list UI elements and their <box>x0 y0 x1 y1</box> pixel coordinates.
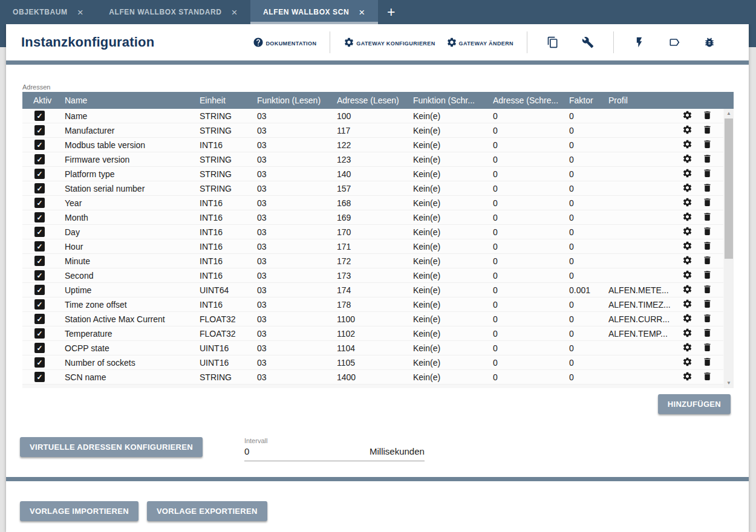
row-settings-button[interactable] <box>682 342 692 354</box>
active-checkbox[interactable]: ✓ <box>34 357 45 368</box>
active-checkbox[interactable]: ✓ <box>34 140 45 150</box>
row-settings-button[interactable] <box>682 371 692 383</box>
active-checkbox[interactable]: ✓ <box>34 198 45 208</box>
row-delete-button[interactable] <box>702 328 712 340</box>
cell-funktion-lesen: 03 <box>257 213 337 222</box>
interval-label: Intervall <box>244 437 425 444</box>
row-delete-button[interactable] <box>702 226 712 238</box>
active-checkbox[interactable]: ✓ <box>34 372 45 382</box>
trash-icon <box>702 313 712 323</box>
active-checkbox[interactable]: ✓ <box>34 314 45 324</box>
export-template-button[interactable]: VORLAGE EXPORTIEREN <box>147 501 267 521</box>
row-delete-button[interactable] <box>702 255 712 267</box>
interval-input[interactable] <box>244 446 317 456</box>
active-checkbox[interactable]: ✓ <box>34 125 45 135</box>
row-settings-button[interactable] <box>682 183 692 195</box>
table-scrollbar[interactable]: ▲ ▼ <box>724 109 734 388</box>
row-settings-button[interactable] <box>682 255 692 267</box>
row-settings-button[interactable] <box>682 357 692 369</box>
import-template-button[interactable]: VORLAGE IMPORTIEREN <box>20 501 138 521</box>
cell-funktion-lesen: 03 <box>257 256 337 266</box>
row-settings-button[interactable] <box>682 226 692 238</box>
flash-button[interactable] <box>633 36 645 48</box>
active-checkbox[interactable]: ✓ <box>34 256 45 266</box>
cell-funktion-schreiben: Kein(e) <box>413 198 493 208</box>
gateway-edit-button[interactable]: GATEWAY ÄNDERN <box>446 37 513 48</box>
row-delete-button[interactable] <box>702 110 712 122</box>
toolbar-divider <box>613 31 614 53</box>
trash-icon <box>702 139 712 149</box>
row-settings-button[interactable] <box>682 299 692 311</box>
tab-close-button[interactable]: × <box>359 7 365 18</box>
active-checkbox[interactable]: ✓ <box>34 299 45 310</box>
cell-adresse-lesen: 157 <box>337 184 413 193</box>
cell-adresse-schreiben: 0 <box>493 343 569 353</box>
row-settings-button[interactable] <box>682 139 692 151</box>
row-delete-button[interactable] <box>702 212 712 224</box>
row-delete-button[interactable] <box>702 125 712 137</box>
row-delete-button[interactable] <box>702 299 712 311</box>
row-delete-button[interactable] <box>702 357 712 369</box>
row-settings-button[interactable] <box>682 197 692 209</box>
row-delete-button[interactable] <box>702 241 712 253</box>
gear-icon <box>682 371 692 381</box>
tab-close-button[interactable]: × <box>77 7 84 18</box>
row-delete-button[interactable] <box>702 154 712 166</box>
row-settings-button[interactable] <box>682 270 692 282</box>
row-settings-button[interactable] <box>682 110 692 122</box>
row-settings-button[interactable] <box>682 241 692 253</box>
trash-icon <box>702 154 712 164</box>
configure-virtual-addresses-button[interactable]: VIRTUELLE ADRESSEN KONFIGURIEREN <box>20 437 203 457</box>
row-delete-button[interactable] <box>702 270 712 282</box>
active-checkbox[interactable]: ✓ <box>34 328 45 339</box>
row-settings-button[interactable] <box>682 125 692 137</box>
active-checkbox[interactable]: ✓ <box>34 169 45 179</box>
scroll-up-icon[interactable]: ▲ <box>724 109 734 118</box>
row-delete-button[interactable] <box>702 183 712 195</box>
tools-button[interactable] <box>582 36 594 48</box>
row-settings-button[interactable] <box>682 168 692 180</box>
debug-button[interactable] <box>703 36 715 48</box>
active-checkbox[interactable]: ✓ <box>34 154 45 164</box>
cell-adresse-lesen: 169 <box>337 213 413 222</box>
tab-alfen-wallbox-scn[interactable]: ALFEN WALLBOX SCN× <box>250 0 378 24</box>
page-title: Instanzkonfiguration <box>21 34 154 50</box>
row-delete-button[interactable] <box>702 313 712 325</box>
row-delete-button[interactable] <box>702 139 712 151</box>
gateway-configure-button[interactable]: GATEWAY KONFIGURIEREN <box>344 37 435 48</box>
active-checkbox[interactable]: ✓ <box>34 111 45 121</box>
row-delete-button[interactable] <box>702 284 712 296</box>
row-settings-button[interactable] <box>682 313 692 325</box>
table-row: ✓UptimeUINT6403174Kein(e)00.001ALFEN.MET… <box>22 283 723 297</box>
cell-name: Manufacturer <box>65 126 200 135</box>
active-checkbox[interactable]: ✓ <box>34 212 45 222</box>
copy-button[interactable] <box>547 36 559 48</box>
row-delete-button[interactable] <box>702 342 712 354</box>
active-checkbox[interactable]: ✓ <box>34 343 45 353</box>
scrollbar-thumb[interactable] <box>725 118 733 259</box>
active-checkbox[interactable]: ✓ <box>34 270 45 281</box>
active-checkbox[interactable]: ✓ <box>34 183 45 193</box>
active-checkbox[interactable]: ✓ <box>34 227 45 237</box>
row-delete-button[interactable] <box>702 197 712 209</box>
cell-funktion-lesen: 03 <box>257 343 337 353</box>
tab-objektbaum[interactable]: OBJEKTBAUM× <box>0 0 96 24</box>
row-delete-button[interactable] <box>702 371 712 383</box>
row-settings-button[interactable] <box>682 212 692 224</box>
tab-alfen-wallbox-standard[interactable]: ALFEN WALLBOX STANDARD× <box>96 0 250 24</box>
row-settings-button[interactable] <box>682 154 692 166</box>
cell-aktiv: ✓ <box>22 212 65 222</box>
scroll-down-icon[interactable]: ▼ <box>724 378 734 388</box>
documentation-button[interactable]: DOKUMENTATION <box>253 37 316 48</box>
add-address-button[interactable]: HINZUFÜGEN <box>658 394 731 414</box>
active-checkbox[interactable]: ✓ <box>34 285 45 295</box>
tab-close-button[interactable]: × <box>232 7 238 18</box>
row-settings-button[interactable] <box>682 284 692 296</box>
cell-faktor: 0 <box>569 329 608 339</box>
cell-adresse-lesen: 100 <box>337 111 413 121</box>
row-delete-button[interactable] <box>702 168 712 180</box>
tag-button[interactable] <box>668 36 680 48</box>
row-settings-button[interactable] <box>682 328 692 340</box>
new-tab-button[interactable]: + <box>378 0 405 24</box>
active-checkbox[interactable]: ✓ <box>34 241 45 251</box>
